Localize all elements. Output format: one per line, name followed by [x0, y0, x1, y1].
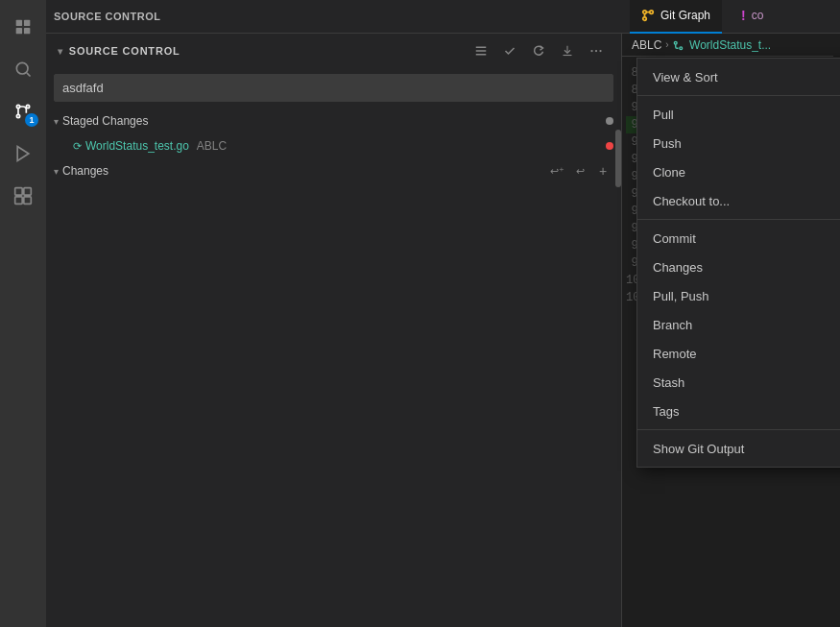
staged-changes-section-header[interactable]: ▾ Staged Changes: [46, 108, 621, 134]
svg-rect-11: [24, 188, 32, 196]
menu-separator-2: [637, 219, 840, 220]
scrollbar[interactable]: [615, 34, 621, 627]
menu-item-changes[interactable]: Changes ›: [637, 253, 840, 281]
staged-changes-chevron: ▾: [54, 116, 59, 127]
go-file-icon: ⟳: [73, 140, 82, 153]
menu-item-stash-label: Stash: [653, 375, 684, 390]
sc-header: ▾ SOURCE CONTROL: [46, 34, 621, 68]
extensions-icon[interactable]: [4, 177, 42, 215]
svg-point-32: [643, 17, 647, 21]
scrollbar-thumb: [615, 130, 621, 187]
source-control-icon[interactable]: 1: [4, 92, 42, 131]
menu-separator-3: [637, 429, 840, 430]
svg-line-5: [27, 73, 31, 77]
menu-item-view-sort[interactable]: View & Sort ›: [637, 62, 840, 91]
menu-item-pull-push[interactable]: Pull, Push ›: [637, 281, 840, 310]
svg-rect-23: [476, 50, 487, 52]
menu-item-pull[interactable]: Pull: [637, 100, 840, 129]
breadcrumb: ABLC › WorldStatus_t...: [622, 34, 833, 57]
menu-item-clone[interactable]: Clone: [637, 157, 840, 186]
breadcrumb-repo: ABLC: [632, 38, 661, 52]
source-control-panel: ▾ SOURCE CONTROL: [46, 34, 622, 627]
svg-marker-9: [17, 147, 29, 161]
menu-item-push[interactable]: Push: [637, 129, 840, 157]
explorer-icon[interactable]: [4, 8, 42, 46]
menu-item-branch-label: Branch: [653, 318, 692, 332]
context-menu: View & Sort › Pull Push Clone Checkout t…: [636, 58, 840, 468]
tab-bar: Git Graph ! co: [622, 0, 833, 34]
staged-file-item[interactable]: ⟳ WorldStatus_test.go ABLC: [46, 134, 621, 157]
tab-git-graph-label: Git Graph: [660, 9, 710, 22]
svg-point-6: [16, 105, 19, 108]
svg-point-7: [26, 105, 29, 108]
changes-label: Changes: [62, 164, 108, 178]
menu-item-push-label: Push: [653, 136, 682, 151]
sc-refresh-icon[interactable]: [525, 40, 552, 61]
menu-item-branch[interactable]: Branch ›: [637, 310, 840, 339]
sc-list-icon[interactable]: [468, 40, 494, 61]
menu-item-commit-label: Commit: [653, 231, 696, 246]
breadcrumb-separator: ›: [665, 39, 668, 50]
sc-more-button[interactable]: [583, 40, 610, 61]
menu-separator-1: [637, 95, 840, 96]
menu-item-checkout[interactable]: Checkout to...: [637, 186, 840, 215]
menu-item-pull-push-label: Pull, Push: [653, 289, 709, 303]
sc-title-text: SOURCE CONTROL: [69, 45, 180, 57]
svg-rect-24: [476, 54, 487, 56]
menu-item-tags-label: Tags: [653, 404, 679, 419]
svg-point-29: [599, 50, 601, 52]
svg-rect-12: [15, 197, 23, 205]
sc-header-title: ▾ SOURCE CONTROL: [58, 45, 468, 57]
changes-actions: ↩⁺ ↩ +: [546, 161, 613, 181]
run-debug-icon[interactable]: [4, 134, 42, 173]
menu-item-changes-label: Changes: [653, 260, 703, 275]
commit-message-input[interactable]: [54, 74, 613, 102]
svg-rect-22: [476, 47, 487, 49]
discard-all-changes-icon[interactable]: ↩⁺: [546, 161, 567, 181]
menu-item-show-git-output-label: Show Git Output: [653, 442, 744, 456]
tab-co-label: co: [752, 9, 764, 22]
changes-chevron: ▾: [54, 166, 59, 177]
sc-header-actions: [468, 40, 610, 61]
search-icon[interactable]: [4, 50, 42, 88]
stage-all-changes-icon[interactable]: +: [592, 161, 613, 181]
breadcrumb-branch: WorldStatus_t...: [673, 38, 772, 52]
svg-point-31: [650, 11, 654, 14]
svg-point-28: [595, 50, 597, 52]
svg-rect-1: [24, 20, 30, 26]
menu-item-show-git-output[interactable]: Show Git Output: [637, 434, 840, 463]
menu-item-tags[interactable]: Tags ›: [637, 397, 840, 425]
menu-item-remote-label: Remote: [653, 347, 697, 361]
svg-point-34: [680, 47, 683, 50]
tab-co[interactable]: ! co: [730, 0, 775, 34]
tab-git-graph[interactable]: Git Graph: [630, 0, 722, 34]
staged-file-name: WorldStatus_test.go: [85, 139, 189, 153]
menu-item-remote[interactable]: Remote ›: [637, 339, 840, 368]
menu-item-stash[interactable]: Stash ›: [637, 368, 840, 397]
svg-rect-0: [16, 20, 22, 26]
staged-file-path: ABLC: [197, 139, 227, 153]
source-control-badge: 1: [25, 113, 38, 127]
panel-title: SOURCE CONTROL: [54, 11, 675, 22]
chevron-down-sc: ▾: [58, 46, 63, 57]
svg-point-8: [16, 114, 19, 117]
staged-changes-label: Staged Changes: [62, 114, 148, 128]
svg-point-4: [16, 62, 28, 74]
menu-item-commit[interactable]: Commit ›: [637, 224, 840, 253]
sc-stage-all-icon[interactable]: [554, 40, 581, 61]
sc-commit-icon[interactable]: [496, 40, 523, 61]
svg-rect-13: [24, 197, 32, 205]
svg-point-33: [674, 41, 677, 44]
svg-rect-10: [15, 188, 23, 196]
main-content: SOURCE CONTROL: [46, 0, 840, 627]
menu-item-checkout-label: Checkout to...: [653, 194, 730, 208]
staged-file-badge: [606, 142, 613, 150]
menu-item-pull-label: Pull: [653, 108, 674, 122]
menu-item-clone-label: Clone: [653, 165, 685, 180]
changes-section-header[interactable]: ▾ Changes ↩⁺ ↩ +: [46, 157, 621, 184]
unstage-all-icon[interactable]: ↩: [569, 161, 590, 181]
staged-badge: [606, 117, 613, 125]
menu-item-view-sort-label: View & Sort: [653, 70, 718, 84]
svg-rect-3: [24, 28, 30, 34]
svg-point-30: [643, 11, 647, 14]
